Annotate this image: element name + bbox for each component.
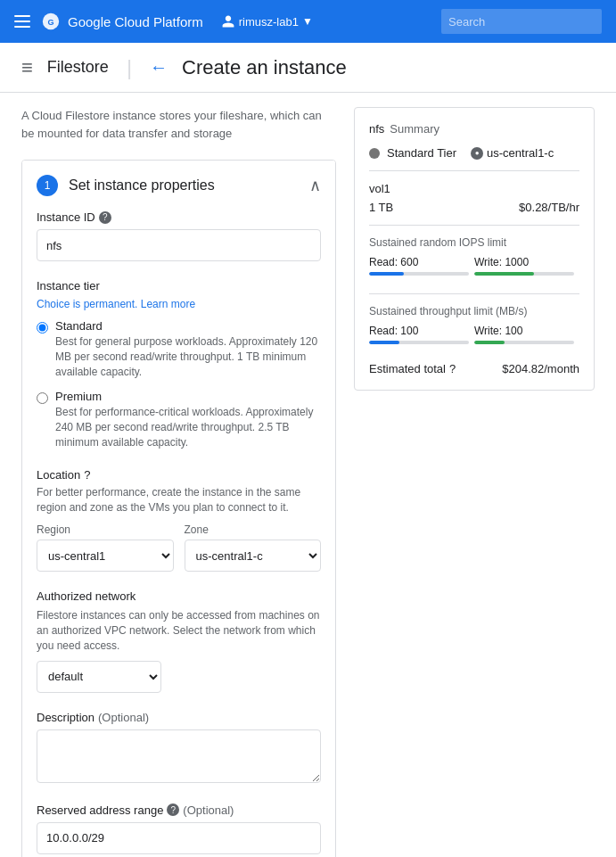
account-selector[interactable]: rimusz-lab1 ▼ <box>221 14 313 29</box>
location-section: Location ? For better performance, creat… <box>37 468 321 573</box>
summary-type: nfs <box>369 122 384 136</box>
google-cloud-icon: G <box>41 12 61 31</box>
premium-desc: Best for performance-critical workloads.… <box>55 405 321 449</box>
read-iops-fill <box>369 272 404 276</box>
write-throughput-fill <box>474 341 505 344</box>
radio-premium-label: Premium Best for performance-critical wo… <box>55 390 321 449</box>
choice-permanent: Choice is permanent. Learn more <box>37 298 321 310</box>
section-1: 1 Set instance properties ∧ Instance ID … <box>21 160 336 857</box>
section-1-collapse[interactable]: ∧ <box>309 176 321 195</box>
summary-tier-row: Standard Tier ● us-central1-c <box>369 146 579 160</box>
back-button[interactable]: ← <box>150 57 168 78</box>
main-container: A Cloud Filestore instance stores your f… <box>0 93 616 857</box>
instance-tier-field: Instance tier Choice is permanent. Learn… <box>37 279 321 450</box>
write-throughput-value: Write: 100 <box>474 325 579 337</box>
estimated-label: Estimated total ? <box>369 362 456 375</box>
radio-premium: Premium Best for performance-critical wo… <box>37 390 321 449</box>
learn-more-link[interactable]: Learn more <box>141 298 195 310</box>
iops-row: Read: 600 Write: 1000 <box>369 256 579 283</box>
region-col: Region us-central1 <box>37 523 174 572</box>
write-iops: Write: 1000 <box>474 256 579 283</box>
radio-standard-input[interactable] <box>37 322 48 334</box>
summary-header: nfs Summary <box>369 122 579 136</box>
summary-zone: us-central1-c <box>487 146 554 160</box>
menu-icon[interactable] <box>14 15 30 28</box>
left-panel: A Cloud Filestore instance stores your f… <box>21 107 336 857</box>
read-iops-value: Read: 600 <box>369 256 474 268</box>
instance-id-input[interactable] <box>37 229 321 261</box>
section-1-title: Set instance properties <box>69 177 215 194</box>
throughput-title: Sustained throughput limit (MB/s) <box>369 305 579 317</box>
search-input[interactable] <box>441 9 602 34</box>
section-1-title-group: 1 Set instance properties <box>37 175 215 196</box>
read-iops-bar <box>369 272 469 276</box>
radio-premium-input[interactable] <box>37 392 48 404</box>
reserved-address-help[interactable]: ? <box>167 803 179 816</box>
summary-volume: vol1 <box>369 182 579 195</box>
summary-divider-1 <box>369 170 579 171</box>
top-nav: G Google Cloud Platform rimusz-lab1 ▼ <box>0 0 616 43</box>
nav-divider: | <box>127 55 132 80</box>
instance-id-label: Instance ID ? <box>37 210 321 224</box>
standard-title: Standard <box>55 319 321 333</box>
summary-capacity: 1 TB <box>369 201 393 214</box>
product-name: Filestore <box>47 58 109 77</box>
network-select[interactable]: default <box>37 661 161 693</box>
page-title: Create an instance <box>182 56 347 79</box>
throughput-row: Read: 100 Write: 100 <box>369 325 579 351</box>
write-throughput-bar <box>474 341 574 344</box>
page-description: A Cloud Filestore instance stores your f… <box>21 107 336 142</box>
instance-tier-label: Instance tier <box>37 279 321 293</box>
description-field: Description (Optional) <box>37 711 321 786</box>
summary-capacity-row: 1 TB $0.28/TB/hr <box>369 201 579 214</box>
instance-id-help[interactable]: ? <box>99 211 111 224</box>
summary-zone-group: ● us-central1-c <box>471 146 554 160</box>
read-throughput-bar <box>369 341 469 344</box>
zone-select[interactable]: us-central1-c <box>185 540 322 572</box>
tier-dot <box>369 148 380 159</box>
zone-label: Zone <box>185 523 322 536</box>
authorized-network-field: Authorized network Filestore instances c… <box>37 589 321 692</box>
summary-box: nfs Summary Standard Tier ● us-central1-… <box>354 107 595 391</box>
reserved-address-label: Reserved address range ? (Optional) <box>37 803 321 817</box>
estimated-row: Estimated total ? $204.82/month <box>369 362 579 375</box>
account-icon <box>221 14 235 29</box>
read-throughput: Read: 100 <box>369 325 474 351</box>
svg-text:G: G <box>47 18 53 27</box>
reserved-address-field: Reserved address range ? (Optional) <box>37 803 321 854</box>
zone-icon: ● <box>471 147 483 160</box>
region-select[interactable]: us-central1 <box>37 540 174 572</box>
estimated-help[interactable]: ? <box>449 362 456 375</box>
product-icon: ≡ <box>21 56 33 79</box>
section-1-header: 1 Set instance properties ∧ <box>22 161 335 210</box>
summary-divider-3 <box>369 293 579 294</box>
description-textarea[interactable] <box>37 729 321 783</box>
summary-divider-2 <box>369 225 579 226</box>
premium-title: Premium <box>55 390 321 403</box>
location-desc: For better performance, create the insta… <box>37 485 321 515</box>
account-name: rimusz-lab1 <box>239 15 299 29</box>
description-label: Description (Optional) <box>37 711 321 724</box>
reserved-address-optional: (Optional) <box>183 803 234 817</box>
zone-col: Zone us-central1-c <box>185 523 322 572</box>
radio-standard-label: Standard Best for general purpose worklo… <box>55 319 321 379</box>
logo: G Google Cloud Platform <box>41 12 203 31</box>
read-throughput-fill <box>369 341 399 344</box>
reserved-address-input[interactable] <box>37 822 321 854</box>
write-throughput: Write: 100 <box>474 325 579 351</box>
write-iops-value: Write: 1000 <box>474 256 579 268</box>
radio-standard: Standard Best for general purpose worklo… <box>37 319 321 379</box>
sub-nav: ≡ Filestore | ← Create an instance <box>0 43 616 93</box>
authorized-network-desc: Filestore instances can only be accessed… <box>37 608 321 653</box>
authorized-network-label: Authorized network <box>37 589 321 603</box>
account-dropdown-icon[interactable]: ▼ <box>302 15 313 28</box>
instance-id-field: Instance ID ? <box>37 210 321 261</box>
write-iops-fill <box>474 272 534 276</box>
location-label: Location ? <box>37 468 321 482</box>
logo-text: Google Cloud Platform <box>68 14 203 29</box>
read-iops: Read: 600 <box>369 256 474 283</box>
location-help[interactable]: ? <box>84 468 90 482</box>
summary-price-per-tb: $0.28/TB/hr <box>519 201 579 214</box>
iops-title: Sustained random IOPS limit <box>369 236 579 249</box>
section-1-body: Instance ID ? Instance tier Choice is pe… <box>22 210 335 857</box>
